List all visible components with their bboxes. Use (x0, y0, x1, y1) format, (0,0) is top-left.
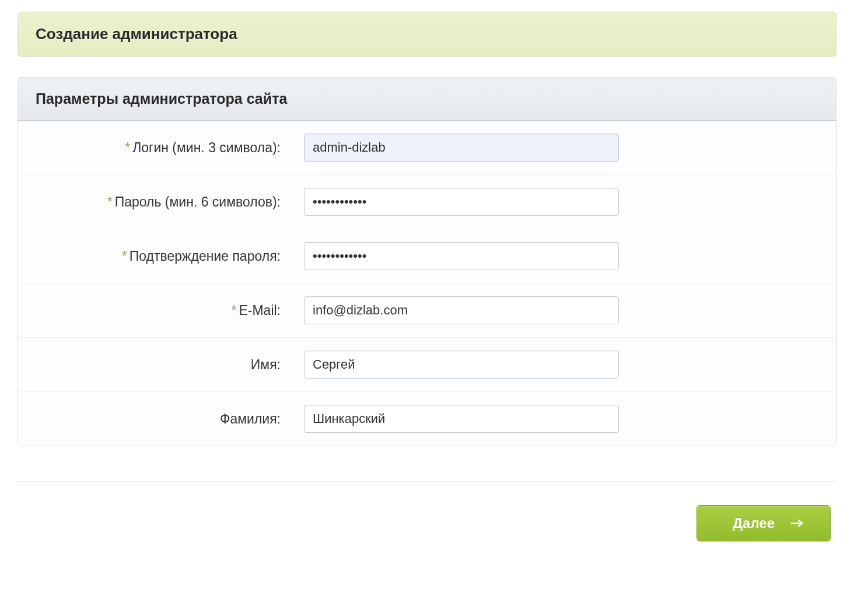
arrow-right-icon (791, 519, 804, 527)
page-title: Создание администратора (36, 25, 818, 43)
first-name-row: Имя: (18, 338, 836, 392)
first-name-label-text: Имя: (251, 357, 281, 372)
login-label: *Логин (мин. 3 символа): (36, 140, 304, 156)
email-label: *E-Mail: (36, 303, 304, 318)
next-button[interactable]: Далее (696, 505, 831, 541)
admin-params-panel: Параметры администратора сайта *Логин (м… (18, 77, 836, 446)
first-name-label: Имя: (36, 357, 304, 373)
password-confirm-label: *Подтверждение пароля: (36, 249, 304, 264)
required-marker: * (231, 303, 236, 318)
password-confirm-row: *Подтверждение пароля: (18, 229, 836, 284)
required-marker: * (125, 140, 130, 155)
panel-header: Параметры администратора сайта (18, 78, 836, 121)
required-marker: * (107, 194, 113, 209)
password-confirm-label-text: Подтверждение пароля: (130, 249, 281, 264)
email-row: *E-Mail: (18, 284, 836, 338)
login-input[interactable] (304, 134, 619, 162)
login-row: *Логин (мин. 3 символа): (18, 121, 836, 175)
last-name-input[interactable] (304, 405, 619, 433)
last-name-label-text: Фамилия: (220, 411, 281, 426)
email-input[interactable] (304, 296, 619, 324)
password-label-text: Пароль (мин. 6 символов): (115, 194, 281, 209)
panel-title: Параметры администратора сайта (36, 90, 818, 107)
actions-bar: Далее (18, 505, 836, 541)
required-marker: * (122, 249, 127, 264)
first-name-input[interactable] (304, 351, 619, 379)
password-label: *Пароль (мин. 6 символов): (36, 194, 304, 210)
last-name-row: Фамилия: (18, 392, 836, 446)
login-label-text: Логин (мин. 3 символа): (132, 140, 281, 155)
password-row: *Пароль (мин. 6 символов): (18, 175, 836, 229)
password-confirm-input[interactable] (304, 242, 619, 270)
password-input[interactable] (304, 188, 619, 216)
page-header: Создание администратора (18, 12, 836, 57)
next-button-label: Далее (733, 515, 775, 531)
email-label-text: E-Mail: (239, 303, 281, 318)
divider (18, 481, 836, 482)
last-name-label: Фамилия: (36, 411, 304, 427)
